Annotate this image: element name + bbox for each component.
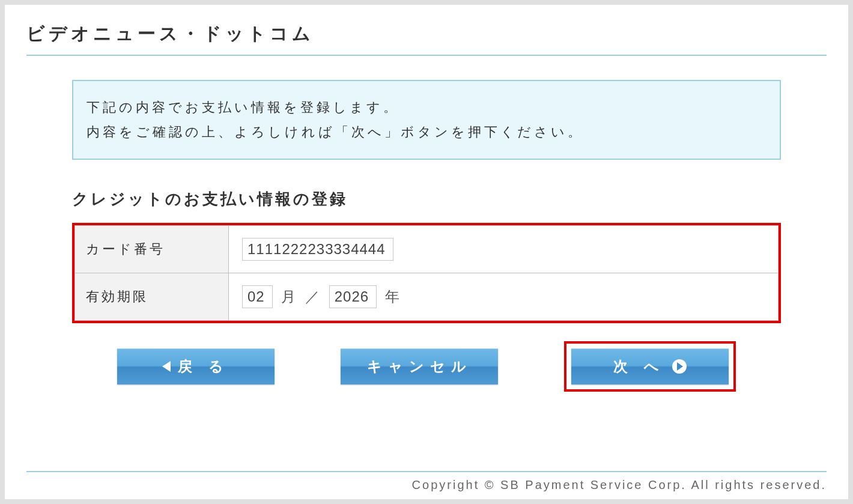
expiry-year-value: 2026 xyxy=(329,285,377,308)
card-number-value: 1111222233334444 xyxy=(242,238,393,261)
triangle-left-icon xyxy=(162,361,171,372)
next-button[interactable]: 次 へ xyxy=(571,348,729,384)
info-line-1: 下記の内容でお支払い情報を登録します。 xyxy=(87,96,766,120)
next-button-highlight: 次 へ xyxy=(564,341,736,392)
section-title: クレジットのお支払い情報の登録 xyxy=(72,189,781,210)
row-card-number: カード番号 1111222233334444 xyxy=(75,226,779,273)
triangle-right-icon xyxy=(672,359,687,374)
expiry-month-value: 02 xyxy=(242,285,273,308)
info-box: 下記の内容でお支払い情報を登録します。 内容をご確認の上、よろしければ「次へ」ボ… xyxy=(72,80,781,160)
buttons-row: 戻 る キャンセル 次 へ xyxy=(72,341,781,392)
next-button-label: 次 へ xyxy=(613,357,665,376)
title-divider xyxy=(26,55,827,56)
label-card-number: カード番号 xyxy=(75,226,229,273)
content-area: 下記の内容でお支払い情報を登録します。 内容をご確認の上、よろしければ「次へ」ボ… xyxy=(72,80,781,471)
cancel-button-label: キャンセル xyxy=(367,357,472,376)
expiry-row: 02 月 ／ 2026 年 xyxy=(242,285,765,308)
expiry-separator: ／ xyxy=(305,287,321,306)
back-button[interactable]: 戻 る xyxy=(117,348,275,384)
site-title: ビデオニュース・ドットコム xyxy=(26,22,827,46)
label-expiry: 有効期限 xyxy=(75,273,229,321)
cell-card-number: 1111222233334444 xyxy=(229,226,779,273)
form-table: カード番号 1111222233334444 有効期限 02 月 ／ 2026 … xyxy=(74,225,779,321)
page-container: ビデオニュース・ドットコム 下記の内容でお支払い情報を登録します。 内容をご確認… xyxy=(5,5,848,499)
cell-expiry: 02 月 ／ 2026 年 xyxy=(229,273,779,321)
footer-divider xyxy=(26,471,827,472)
footer-copyright: Copyright © SB Payment Service Corp. All… xyxy=(26,478,827,492)
cancel-button[interactable]: キャンセル xyxy=(341,348,498,384)
expiry-month-unit: 月 xyxy=(281,287,297,306)
form-table-highlight: カード番号 1111222233334444 有効期限 02 月 ／ 2026 … xyxy=(72,223,781,323)
row-expiry: 有効期限 02 月 ／ 2026 年 xyxy=(75,273,779,321)
expiry-year-unit: 年 xyxy=(385,287,401,306)
back-button-label: 戻 る xyxy=(178,357,229,376)
info-line-2: 内容をご確認の上、よろしければ「次へ」ボタンを押下ください。 xyxy=(87,120,766,145)
